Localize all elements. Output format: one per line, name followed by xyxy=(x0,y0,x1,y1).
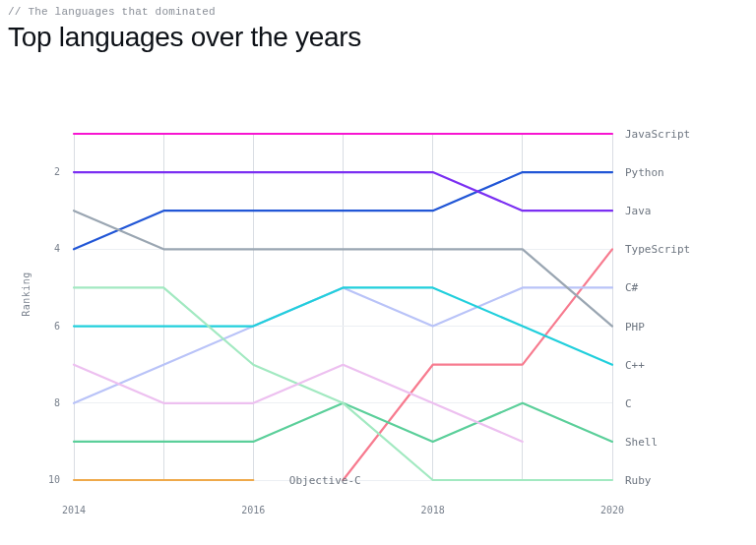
x-tick: 2014 xyxy=(62,505,86,515)
legend-label: C++ xyxy=(625,359,645,372)
legend-label: PHP xyxy=(625,321,645,333)
chart-header: // The languages that dominated Top lang… xyxy=(0,0,756,63)
y-tick: 10 xyxy=(48,474,60,485)
kicker-text: // The languages that dominated xyxy=(8,6,748,18)
legend-label: JavaScript xyxy=(625,128,690,141)
legend-label: C# xyxy=(625,281,639,294)
legend-label: Shell xyxy=(625,436,658,449)
series-inside-label: Objective-C xyxy=(289,474,361,487)
series-line xyxy=(344,249,613,480)
legend-label: Java xyxy=(625,205,652,217)
rank-chart: 2468102014201620182020Objective-CJavaScr… xyxy=(0,63,756,525)
y-tick: 2 xyxy=(54,166,60,177)
y-tick: 6 xyxy=(54,321,60,332)
chart-container: Ranking 2468102014201620182020Objective-… xyxy=(0,63,756,525)
x-tick: 2020 xyxy=(600,505,624,515)
page-title: Top languages over the years xyxy=(8,22,748,53)
legend-label: TypeScript xyxy=(625,243,690,256)
y-tick: 8 xyxy=(54,397,60,408)
x-tick: 2018 xyxy=(421,505,445,515)
y-tick: 4 xyxy=(54,243,60,254)
y-axis-label: Ranking xyxy=(21,272,32,317)
legend-label: C xyxy=(625,397,632,410)
legend-label: Ruby xyxy=(625,474,652,487)
legend-label: Python xyxy=(625,166,664,179)
x-tick: 2016 xyxy=(241,505,265,515)
